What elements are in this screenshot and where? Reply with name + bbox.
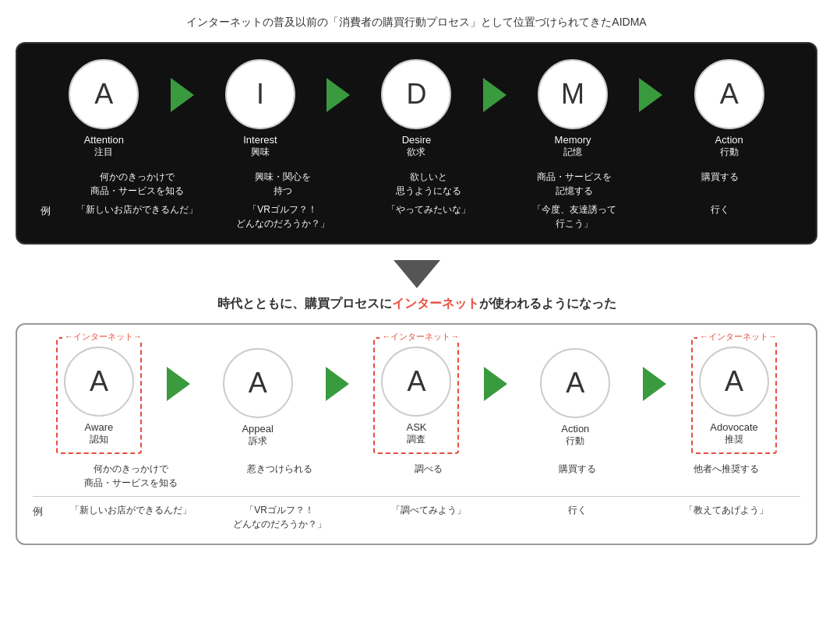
fivea-arrow-4 [643,367,666,401]
aidma-step-attention: A Attention 注目 [41,59,168,162]
fivea-example-label: 例 [33,503,56,519]
fivea-internet-ask: ←インターネット→ A ASK 調査 [373,337,459,454]
internet-label-aware: ←インターネット→ [62,331,144,343]
middle-text: 時代とともに、購買プロセスにインターネットが使われるようになった [16,296,817,312]
fivea-arrow-1 [167,367,190,401]
aidma-en-memory: Memory [555,134,591,146]
aidma-example-label: 例 [41,202,64,218]
fivea-example-adovocate: 「教えてあげよう」 [651,503,800,517]
aidma-desc-interest: 興味・関心を持つ [210,170,355,198]
fivea-ja-appeal: 訴求 [249,435,267,448]
fivea-ja-adovocate: 推奨 [725,433,743,446]
fivea-ja-ask: 調査 [407,433,425,446]
fivea-example-aware: 「新しいお店ができるんだ」 [56,503,205,517]
fivea-desc-appeal: 惹きつけられる [205,462,354,490]
fivea-desc-ask: 調べる [354,462,503,490]
aidma-ja-desire: 欲求 [407,146,425,159]
internet-label-adovocate: ←インターネット→ [697,331,779,343]
aidma-desc-attention: 何かのきっかけで商品・サービスを知る [64,170,210,198]
middle-text-end: が使われるようになった [479,297,616,310]
fivea-circle-appeal: A [223,348,293,418]
fivea-desc-aware: 何かのきっかけで商品・サービスを知る [56,462,205,490]
aidma-circle-A: A [69,59,139,129]
aidma-circle-M: M [538,59,608,129]
aidma-box: A Attention 注目 I Interest 興味 D Desire 欲求… [16,42,817,245]
fivea-example-appeal: 「VRゴルフ？！どんなのだろうか？」 [205,503,354,531]
aidma-step-interest: I Interest 興味 [197,59,324,162]
aidma-desc-desire: 欲しいと思うようになる [355,170,501,198]
aidma-step-memory: M Memory 記憶 [510,59,637,162]
fivea-examples-row: 例 「新しいお店ができるんだ」 「VRゴルフ？！どんなのだろうか？」 「調べてみ… [33,503,800,531]
fivea-ja-action2: 行動 [566,435,584,448]
aidma-ja-attention: 注目 [94,146,113,159]
fivea-desc-adovocate: 他者へ推奨する [651,462,800,490]
fivea-box: ←インターネット→ A Aware 認知 A Appeal 訴求 ←インターネッ… [16,323,817,545]
fivea-arrow-2 [326,367,349,401]
arrow-3 [483,78,507,112]
fivea-desc-row: 何かのきっかけで商品・サービスを知る 惹きつけられる 調べる 購買する 他者へ推… [33,462,800,490]
fivea-step-appeal: A Appeal 訴求 [192,343,324,448]
fivea-step-action: A Action 行動 [509,343,641,448]
middle-text-highlight: インターネット [392,297,479,310]
fivea-internet-aware: ←インターネット→ A Aware 認知 [56,337,142,454]
fivea-step-adovocate: ←インターネット→ A Adovocate 推奨 [668,337,800,454]
aidma-circle-D: D [381,59,451,129]
aidma-example-interest: 「VRゴルフ？！どんなのだろうか？」 [210,202,355,231]
fivea-en-adovocate: Adovocate [710,421,757,433]
fivea-circle-action: A [540,348,610,418]
aidma-example-attention: 「新しいお店ができるんだ」 [64,202,210,216]
aidma-en-interest: Interest [243,134,277,146]
aidma-desc-memory: 商品・サービスを記憶する [501,170,647,198]
aidma-title: インターネットの普及以前の「消費者の購買行動プロセス」として位置づけられてきたA… [16,16,817,30]
aidma-example-desire: 「やってみたいな」 [355,202,501,216]
fivea-desc-action: 購買する [503,462,651,490]
arrow-2 [326,78,350,112]
fivea-step-aware: ←インターネット→ A Aware 認知 [33,337,165,454]
aidma-en-action: Action [715,134,743,146]
aidma-example-action: 行く [647,202,792,216]
fivea-arrow-3 [484,367,507,401]
aidma-en-attention: Attention [84,134,124,146]
fivea-circle-aware: A [64,347,134,417]
aidma-ja-action: 行動 [720,146,739,159]
aidma-ja-interest: 興味 [251,146,270,159]
fivea-circle-ask: A [381,347,451,417]
fivea-circles-row: ←インターネット→ A Aware 認知 A Appeal 訴求 ←インターネッ… [33,337,800,454]
fivea-ja-aware: 認知 [90,433,108,446]
fivea-example-ask: 「調べてみよう」 [354,503,503,517]
transition-arrow [16,260,817,288]
aidma-example-memory: 「今度、友達誘って行こう」 [501,202,647,231]
aidma-desc-action: 購買する [647,170,792,198]
aidma-examples-row: 例 「新しいお店ができるんだ」 「VRゴルフ？！どんなのだろうか？」 「やってみ… [41,202,792,231]
internet-label-ask: ←インターネット→ [379,331,461,343]
aidma-circle-I: I [225,59,295,129]
fivea-step-ask: ←インターネット→ A ASK 調査 [351,337,483,454]
fivea-en-aware: Aware [85,421,114,433]
fivea-example-action: 行く [503,503,651,517]
aidma-en-desire: Desire [402,134,432,146]
fivea-en-action2: Action [561,423,589,435]
aidma-step-action: A Action 行動 [665,59,792,162]
middle-text-normal: 時代とともに、購買プロセスに [217,297,392,310]
fivea-en-ask: ASK [406,421,426,433]
fivea-circle-adovocate: A [699,347,769,417]
aidma-circle-A2: A [694,59,764,129]
arrow-1 [171,78,194,112]
down-arrow-icon [394,260,440,288]
aidma-step-desire: D Desire 欲求 [353,59,480,162]
aidma-ja-memory: 記憶 [563,146,582,159]
arrow-4 [639,78,662,112]
fivea-internet-adovocate: ←インターネット→ A Adovocate 推奨 [691,337,777,454]
aidma-circles-row: A Attention 注目 I Interest 興味 D Desire 欲求… [41,59,792,162]
fivea-en-appeal: Appeal [242,423,273,435]
